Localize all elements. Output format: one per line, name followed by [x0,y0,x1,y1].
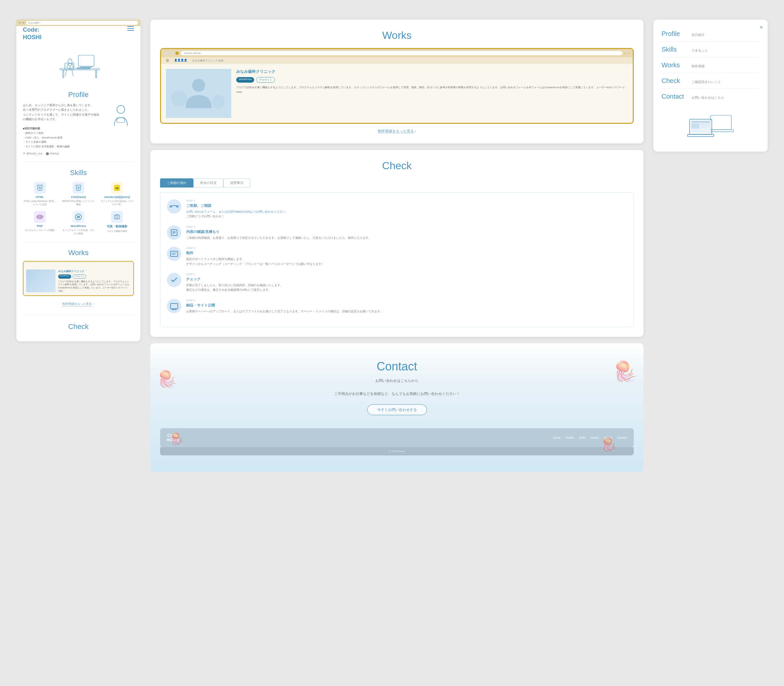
svg-rect-4 [81,66,91,67]
step-5-desc: お客様サーバーへのアップロード、またはテプファイルをお届けして完了となります。サ… [186,309,627,314]
check-tab-flow[interactable]: ご依頼の流れ [160,178,193,188]
works-image [166,69,231,118]
svg-line-10 [65,70,67,76]
nav-item-profile[interactable]: Profile 自己紹介 [662,26,760,42]
nav-dot-2 [170,52,173,55]
see-more-link-left[interactable]: 制作実績をもっと見る [62,302,92,306]
step-2-num: STEP 2 [186,225,627,228]
nav-works-ja: 制作実績 [692,64,705,69]
svg-rect-49 [692,121,710,123]
html-label: HTML [23,195,57,199]
svg-rect-3 [78,55,94,66]
step-5-num: STEP 5 [186,299,627,302]
css-icon: 3 [72,182,84,194]
wordpress-icon: W [72,211,84,223]
check-title-left: Check [23,322,134,331]
footer-copyright: © 2023 Hoshi [160,447,634,456]
mini-works-desc: ブログで試作みを書く機能もするようにしてします。プログラムとシステム解析を使用し… [58,280,131,293]
footer-nav-contact[interactable]: Contact [617,436,627,439]
see-more-arrow: › [93,302,95,305]
works-tags: WordPress デモサイト [236,77,628,83]
step-2-icon [167,225,181,240]
mini-tag-wp: WordPress [58,274,71,279]
works-card-large: minami-dental... ‹› 🏠 👤👤👤👤 みなみ歯科クリニック名前 [160,48,634,124]
check-center-title: Check [160,160,634,172]
see-more-text[interactable]: 制作実績をもっと見る [378,129,414,133]
nav-contact-en: Contact [662,93,688,100]
step-1-content: STEP 1 ご依頼、ご相談 お問い合わせフォーム、またはX(旧Twitter)… [186,199,627,219]
works-section: Works minami-dental... ‹› 🏠 [150,20,644,144]
svg-text:JS: JS [115,187,119,190]
jellyfish-4: 🪼 [601,437,617,452]
svg-point-30 [176,205,179,208]
skill-js: JS JavaScript(jQuery) カジュアルなJSやJQuery（スラ… [100,182,134,206]
nav-item-works[interactable]: Works 制作実績 [662,57,760,73]
js-icon: JS [111,182,123,194]
check-tab-price[interactable]: 料金の目安 [193,178,224,188]
photo-icon [111,211,123,223]
wordpress-desc: オリジナルテーマの作成、カスタム投稿 [61,229,95,235]
nav-item-skills[interactable]: Skills できること [662,42,760,57]
close-button[interactable]: × [760,24,763,30]
css-label: CSS(Sass) [61,195,95,199]
step-3-num: STEP 3 [186,247,627,250]
works-desc-area: みなみ歯科クリニック WordPress デモサイト ブログで試作みを書く機能も… [236,69,628,118]
profile-illustration [108,103,134,129]
php-desc: カスタムテンプレートの構築 [23,229,57,232]
wordpress-label: WordPress [61,224,95,228]
step-2-title: 内容の確認/見積もり [186,229,627,234]
divider-3 [23,315,134,316]
step-2-content: STEP 2 内容の確認/見積もり ご依頼の内容確認、お見積り、お見積りで決定さ… [186,225,627,240]
svg-rect-46 [709,130,734,132]
nav-item-contact[interactable]: Contact お問い合わせはこちら [662,89,760,104]
svg-point-8 [68,59,72,66]
skill-photo: 写真・動画撮影 スタジオ撮影の操作 [100,211,134,235]
step-4-num: STEP 4 [186,273,627,276]
contact-button[interactable]: 今すぐお問い合わせする [367,404,427,415]
svg-point-41 [168,300,181,313]
browser-nav-arrows: ‹› [624,52,629,55]
js-desc: カジュアルなJSやJQuery（スライダー等） [100,199,134,206]
step-1-title: ご依頼、ご相談 [186,203,627,208]
svg-point-26 [171,90,187,106]
logo-line2: HOSHI [23,34,41,41]
footer-nav-profile[interactable]: Profile [566,436,574,439]
mini-tag-demo: デモサイト [72,274,86,279]
check-tabs: ご依頼の流れ 料金の目安 経歴事項 [160,178,634,188]
works-body-text: ブログで試作みを書く機能もするようにしてします。プログラムとシステム解析を使用し… [236,85,628,94]
photo-desc: スタジオ撮影の操作 [100,230,134,233]
svg-text:3: 3 [78,186,79,188]
logo-line1: Code: [23,26,39,33]
twitter-link[interactable]: ✕ @hoshi_xxx [23,152,42,155]
footer-nav-home[interactable]: Home [553,436,561,439]
step-5-title: 納品・サイト公開 [186,303,627,308]
step-1-icon [167,199,181,214]
step-2-desc: ご依頼の内容確認、お見積り、お見積りで決定させていただきます。お見積りして連絡い… [186,235,627,240]
step-4-title: チェック [186,277,627,282]
php-label: PHP [23,224,57,228]
svg-line-11 [72,70,73,76]
check-tab-history[interactable]: 経歴事項 [224,178,250,188]
check-step-4: STEP 4 チェック 作業が完了しましたら、割り向けに完成内容・詳細のを確認い… [167,273,627,292]
browser-url: minami-dental... [181,51,622,55]
svg-point-12 [117,106,125,113]
divider-2 [23,242,134,242]
contact-title: Contact [160,360,634,373]
github-link[interactable]: ⬤ GitHub [46,152,59,155]
skill-php: PHP PHP カスタムテンプレートの構築 [23,211,57,235]
footer-nav-skills[interactable]: Skills [579,436,586,439]
nav-item-check[interactable]: Check ご確認頂きたいこと [662,73,760,89]
hamburger-icon[interactable] [127,26,134,31]
footer-wrapper: Code: HOSHI Home Profile Skills Works Ch… [160,428,634,456]
clinic-nav: 🏠 👤👤👤👤 みなみ歯科クリニック名前 [161,57,633,64]
footer-nav-works[interactable]: Works [591,436,599,439]
skill-html: 5 HTML HTML Living Standardに基準したコード記述 [23,182,57,206]
html-desc: HTML Living Standardに基準したコード記述 [23,199,57,206]
svg-point-36 [168,247,181,260]
nav-works-en: Works [662,61,688,69]
svg-point-27 [212,95,225,108]
svg-point-40 [168,273,181,286]
works-card-mini: ⬅➡ みなみ歯科... みなみ歯科クリニック WordPress デモサイト ブ… [23,261,134,296]
laptop-illustration [684,109,737,145]
nav-menu: Profile 自己紹介 Skills できること Works 制作実績 Che… [662,26,760,104]
